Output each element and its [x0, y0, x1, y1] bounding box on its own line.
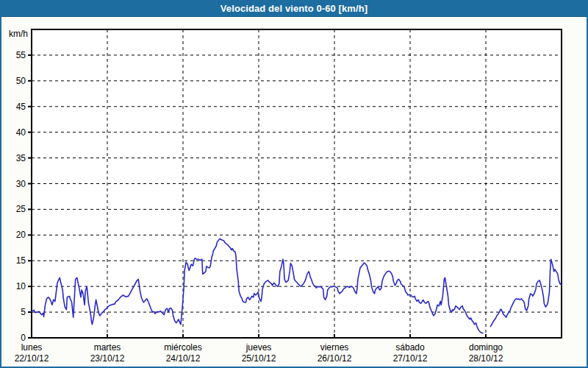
- y-tick-label: 0: [21, 333, 26, 343]
- y-tick-label: 45: [16, 102, 26, 112]
- y-tick-label: 5: [21, 307, 26, 317]
- x-day-name-label: viernes: [320, 342, 349, 353]
- x-day-name-label: miércoles: [164, 342, 201, 353]
- y-tick-label: 50: [16, 76, 26, 86]
- x-day-date-label: 23/10/12: [90, 353, 125, 364]
- x-day-name-label: jueves: [245, 342, 272, 353]
- y-tick-label: 20: [16, 230, 26, 240]
- y-axis-unit-label: km/h: [9, 29, 28, 39]
- x-day-name-label: martes: [94, 342, 121, 353]
- y-tick-label: 30: [16, 179, 26, 189]
- x-day-date-label: 24/10/12: [166, 353, 201, 364]
- chart-window: Velocidad del viento 0-60 [km/h] 0510152…: [0, 0, 588, 368]
- x-day-name-label: lunes: [21, 342, 43, 353]
- y-tick-label: 25: [16, 204, 26, 214]
- y-tick-label: 15: [16, 255, 26, 266]
- y-tick-label: 35: [16, 153, 26, 163]
- x-day-date-label: 25/10/12: [242, 353, 276, 364]
- x-day-name-label: domingo: [469, 342, 503, 353]
- x-day-date-label: 27/10/12: [393, 353, 428, 364]
- wind-speed-chart: 0510152025303540455055lunes22/10/12marte…: [1, 0, 588, 368]
- y-tick-label: 55: [16, 50, 26, 60]
- y-tick-label: 40: [16, 127, 26, 138]
- x-day-date-label: 22/10/12: [15, 353, 49, 364]
- y-tick-label: 10: [16, 281, 26, 291]
- x-day-date-label: 28/10/12: [469, 353, 503, 364]
- x-day-date-label: 26/10/12: [318, 353, 352, 364]
- x-day-name-label: sábado: [395, 342, 425, 353]
